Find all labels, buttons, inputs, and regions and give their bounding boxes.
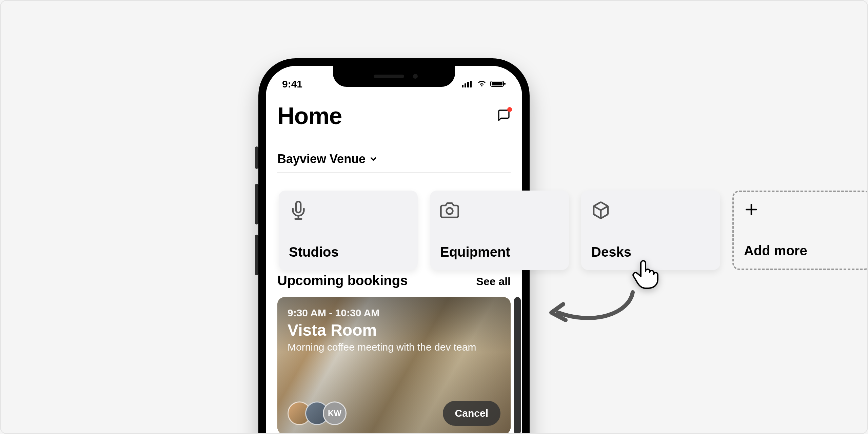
add-more-label: Add more: [744, 243, 860, 258]
cellular-icon: [462, 78, 473, 90]
svg-rect-3: [470, 81, 472, 87]
cancel-button[interactable]: Cancel: [443, 401, 500, 426]
plus-icon: [744, 202, 759, 217]
wifi-icon: [477, 78, 487, 90]
svg-rect-5: [492, 82, 502, 85]
category-label: Equipment: [440, 244, 559, 260]
notification-dot-icon: [507, 107, 512, 112]
avatar: KW: [323, 401, 347, 425]
page-title: Home: [277, 102, 342, 130]
camera-icon: [440, 201, 459, 220]
status-time: 9:41: [282, 78, 302, 90]
canvas: 9:41 Home: [0, 0, 868, 434]
add-more-card[interactable]: Add more: [732, 191, 868, 270]
microphone-icon: [289, 201, 308, 220]
venue-name: Bayview Venue: [277, 152, 366, 166]
category-cards-row: Studios Equipment Desks Add more: [279, 191, 868, 270]
cube-icon: [591, 201, 610, 220]
phone-mute-switch: [255, 146, 258, 169]
phone-volume-down: [255, 235, 258, 275]
booking-peek[interactable]: [514, 297, 521, 434]
battery-icon: [490, 78, 506, 90]
booking-card[interactable]: 9:30 AM - 10:30 AM Vista Room Morning co…: [277, 297, 511, 434]
upcoming-title: Upcoming bookings: [277, 273, 408, 288]
category-card-equipment[interactable]: Equipment: [430, 191, 569, 270]
chevron-down-icon: [369, 155, 378, 163]
svg-point-9: [447, 208, 453, 214]
venue-selector[interactable]: Bayview Venue: [277, 152, 511, 173]
category-card-studios[interactable]: Studios: [279, 191, 418, 270]
phone-notch: [333, 66, 455, 87]
svg-rect-6: [504, 83, 506, 85]
attendee-avatars: KW: [288, 401, 347, 425]
svg-rect-1: [465, 83, 466, 87]
category-label: Studios: [289, 244, 408, 260]
cursor-hand-icon: [631, 258, 660, 290]
phone-volume-up: [255, 184, 258, 224]
booking-room: Vista Room: [288, 321, 500, 339]
svg-rect-0: [462, 85, 463, 87]
messages-button[interactable]: [497, 108, 511, 123]
svg-rect-2: [467, 82, 469, 87]
upcoming-see-all[interactable]: See all: [476, 275, 511, 288]
swipe-arrow-icon: [545, 289, 639, 331]
booking-description: Morning coffee meeting with the dev team: [288, 341, 500, 353]
booking-time: 9:30 AM - 10:30 AM: [288, 307, 500, 319]
